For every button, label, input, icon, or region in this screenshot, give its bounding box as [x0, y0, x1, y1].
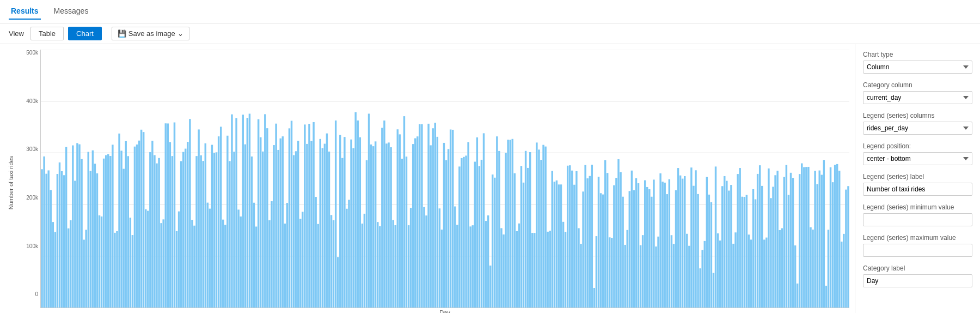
bar[interactable]	[763, 239, 765, 308]
bar[interactable]	[357, 121, 359, 308]
bar[interactable]	[216, 152, 217, 308]
bar[interactable]	[830, 167, 831, 308]
bar[interactable]	[611, 238, 612, 308]
bar[interactable]	[249, 114, 250, 308]
bar[interactable]	[322, 148, 323, 308]
bar[interactable]	[195, 156, 197, 308]
bar[interactable]	[432, 128, 433, 308]
bar[interactable]	[310, 141, 312, 308]
bar[interactable]	[828, 230, 829, 308]
bar[interactable]	[640, 245, 641, 308]
bar[interactable]	[54, 232, 56, 308]
bar[interactable]	[454, 207, 456, 308]
bar[interactable]	[503, 234, 504, 308]
bar[interactable]	[392, 220, 394, 308]
bar[interactable]	[434, 123, 436, 308]
bar[interactable]	[63, 175, 65, 308]
bar[interactable]	[410, 208, 412, 308]
bar[interactable]	[613, 185, 615, 308]
bar[interactable]	[235, 118, 237, 308]
bar[interactable]	[450, 129, 451, 308]
bar[interactable]	[783, 177, 785, 308]
bar[interactable]	[752, 189, 754, 308]
bar[interactable]	[138, 141, 140, 308]
bar[interactable]	[708, 195, 710, 308]
bar[interactable]	[582, 191, 584, 308]
bar[interactable]	[372, 146, 374, 308]
bar[interactable]	[147, 211, 149, 308]
bar[interactable]	[132, 235, 133, 308]
bar[interactable]	[469, 226, 471, 308]
bar[interactable]	[586, 178, 588, 308]
bar[interactable]	[467, 142, 469, 308]
bar[interactable]	[573, 185, 575, 308]
bar[interactable]	[253, 203, 255, 308]
bar[interactable]	[445, 160, 447, 308]
bar[interactable]	[801, 164, 803, 308]
bar[interactable]	[377, 222, 378, 308]
bar[interactable]	[679, 176, 681, 308]
bar[interactable]	[423, 207, 425, 308]
bar[interactable]	[140, 130, 142, 308]
bar[interactable]	[427, 124, 429, 308]
bar[interactable]	[180, 161, 182, 308]
bar[interactable]	[408, 225, 409, 308]
bar[interactable]	[518, 224, 520, 308]
bar[interactable]	[527, 168, 529, 308]
bar[interactable]	[655, 246, 657, 308]
bar[interactable]	[651, 197, 652, 308]
bar[interactable]	[134, 147, 136, 308]
bar[interactable]	[169, 142, 171, 308]
bar[interactable]	[463, 157, 464, 308]
bar[interactable]	[381, 128, 383, 308]
bar[interactable]	[379, 226, 381, 308]
bar[interactable]	[505, 153, 506, 308]
bar[interactable]	[724, 176, 725, 308]
bar[interactable]	[251, 156, 253, 308]
bar[interactable]	[255, 227, 257, 308]
bar[interactable]	[348, 200, 350, 308]
bar[interactable]	[96, 173, 98, 308]
bar[interactable]	[339, 135, 341, 308]
bar[interactable]	[644, 180, 646, 308]
bar[interactable]	[315, 197, 316, 308]
bar[interactable]	[388, 142, 389, 308]
bar[interactable]	[686, 234, 688, 308]
bar[interactable]	[529, 152, 531, 308]
bar[interactable]	[149, 152, 151, 308]
bar[interactable]	[352, 148, 354, 308]
bar[interactable]	[443, 143, 445, 308]
bar[interactable]	[556, 180, 558, 308]
bar[interactable]	[198, 129, 199, 308]
bar[interactable]	[354, 112, 356, 308]
bar[interactable]	[271, 201, 272, 308]
bar[interactable]	[326, 134, 328, 308]
bar[interactable]	[220, 127, 222, 308]
bar[interactable]	[710, 202, 712, 308]
category-label-input[interactable]	[863, 274, 972, 287]
bar[interactable]	[112, 145, 113, 308]
bar[interactable]	[814, 171, 816, 308]
bar[interactable]	[552, 171, 553, 308]
bar[interactable]	[659, 173, 661, 308]
bar[interactable]	[607, 173, 608, 308]
bar[interactable]	[57, 174, 58, 308]
bar[interactable]	[790, 173, 792, 308]
bar[interactable]	[757, 174, 758, 308]
bar[interactable]	[83, 240, 84, 308]
bar[interactable]	[90, 171, 91, 308]
bar[interactable]	[120, 151, 122, 308]
bar[interactable]	[646, 187, 648, 308]
bar[interactable]	[819, 171, 820, 308]
bar[interactable]	[182, 152, 184, 308]
bar[interactable]	[664, 183, 665, 308]
bar[interactable]	[781, 228, 783, 308]
bar[interactable]	[116, 231, 118, 308]
bar[interactable]	[584, 165, 586, 308]
bar[interactable]	[578, 228, 579, 308]
chart-button[interactable]: Chart	[68, 27, 102, 40]
bar[interactable]	[487, 215, 489, 308]
bar[interactable]	[642, 235, 644, 308]
bar[interactable]	[657, 237, 659, 308]
bar[interactable]	[558, 184, 560, 308]
